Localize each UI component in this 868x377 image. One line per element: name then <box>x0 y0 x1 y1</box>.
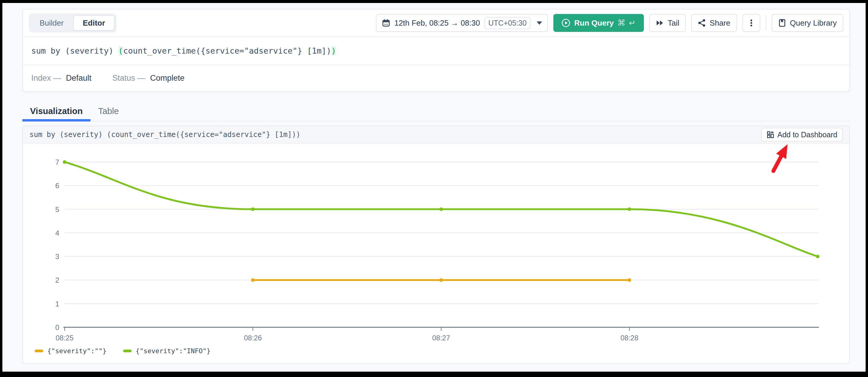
legend-swatch <box>123 350 131 352</box>
run-query-button[interactable]: Run Query ⌘ ↵ <box>553 14 644 32</box>
svg-text:3: 3 <box>55 253 59 261</box>
query-text: sum by (severity) (count_over_time({serv… <box>31 46 336 55</box>
mode-tab-builder[interactable]: Builder <box>31 15 73 31</box>
svg-text:08:27: 08:27 <box>432 334 450 342</box>
svg-text:08:25: 08:25 <box>56 334 73 342</box>
legend-label: {"severity":"INFO"} <box>136 347 211 355</box>
legend-label: {"severity":""} <box>47 347 106 355</box>
mode-tab-editor[interactable]: Editor <box>73 15 115 31</box>
app-page: Builder Editor 12th Feb, 08:25 → 08:30 <box>2 3 866 372</box>
legend-item[interactable]: {"severity":"INFO"} <box>123 347 211 355</box>
run-query-label: Run Query <box>574 19 614 28</box>
svg-text:0: 0 <box>55 323 59 331</box>
tab-table[interactable]: Table <box>91 101 126 121</box>
tab-visualization[interactable]: Visualization <box>22 101 91 121</box>
svg-text:6: 6 <box>55 182 59 190</box>
play-circle-icon <box>561 18 570 28</box>
toolbar-actions: 12th Feb, 08:25 → 08:30 UTC+05:30 Run Qu… <box>376 14 843 32</box>
visualization-panel: sum by (severity) (count_over_time({serv… <box>22 126 850 364</box>
library-icon <box>778 19 786 27</box>
index-label: Index — <box>31 74 61 83</box>
tail-button[interactable]: Tail <box>649 14 686 32</box>
query-editor-card: Builder Editor 12th Feb, 08:25 → 08:30 <box>22 9 850 92</box>
svg-text:08:26: 08:26 <box>244 334 262 342</box>
line-chart[interactable]: 0123456708:2508:2608:2708:28 <box>23 144 850 346</box>
query-meta-row: Index — Default Status — Complete <box>23 65 849 91</box>
date-range-picker[interactable]: 12th Feb, 08:25 → 08:30 UTC+05:30 <box>376 14 548 32</box>
panel-query-title: sum by (severity) (count_over_time({serv… <box>29 130 300 139</box>
more-options-button[interactable] <box>742 14 760 32</box>
legend-swatch <box>35 350 43 352</box>
svg-text:5: 5 <box>55 205 59 213</box>
query-library-label: Query Library <box>790 19 837 28</box>
view-tabs: Visualization Table <box>22 101 850 121</box>
tail-label: Tail <box>668 19 679 28</box>
dashboard-grid-icon <box>767 131 774 139</box>
run-query-shortcut: ⌘ ↵ <box>617 18 636 28</box>
chart-area: 0123456708:2508:2608:2708:28 {"severity"… <box>23 144 849 355</box>
panel-header: sum by (severity) (count_over_time({serv… <box>23 126 849 144</box>
svg-text:2: 2 <box>55 276 59 284</box>
share-label: Share <box>710 19 730 28</box>
chart-legend: {"severity":""}{"severity":"INFO"} <box>23 346 849 355</box>
query-library-button[interactable]: Query Library <box>772 14 844 32</box>
calendar-icon <box>382 19 390 27</box>
status-label: Status — <box>112 74 145 83</box>
share-button[interactable]: Share <box>691 14 737 32</box>
fast-forward-icon <box>656 19 664 27</box>
svg-text:08:28: 08:28 <box>620 334 638 342</box>
add-to-dashboard-label: Add to Dashboard <box>777 130 837 139</box>
status-value: Complete <box>150 74 185 83</box>
index-value: Default <box>66 74 92 83</box>
date-range-value: 12th Feb, 08:25 → 08:30 <box>395 19 480 28</box>
query-editor-input[interactable]: sum by (severity) (count_over_time({serv… <box>23 36 849 65</box>
svg-text:7: 7 <box>55 158 59 166</box>
legend-item[interactable]: {"severity":""} <box>35 347 106 355</box>
svg-text:1: 1 <box>55 300 59 308</box>
query-mode-switch: Builder Editor <box>29 13 116 32</box>
timezone-badge[interactable]: UTC+05:30 <box>484 17 531 29</box>
kebab-menu-icon <box>747 19 755 27</box>
share-icon <box>698 19 706 27</box>
chevron-down-icon <box>537 22 542 25</box>
toolbar-divider <box>766 15 766 31</box>
svg-text:4: 4 <box>55 229 59 237</box>
add-to-dashboard-button[interactable]: Add to Dashboard <box>761 128 843 141</box>
toolbar: Builder Editor 12th Feb, 08:25 → 08:30 <box>23 9 849 36</box>
